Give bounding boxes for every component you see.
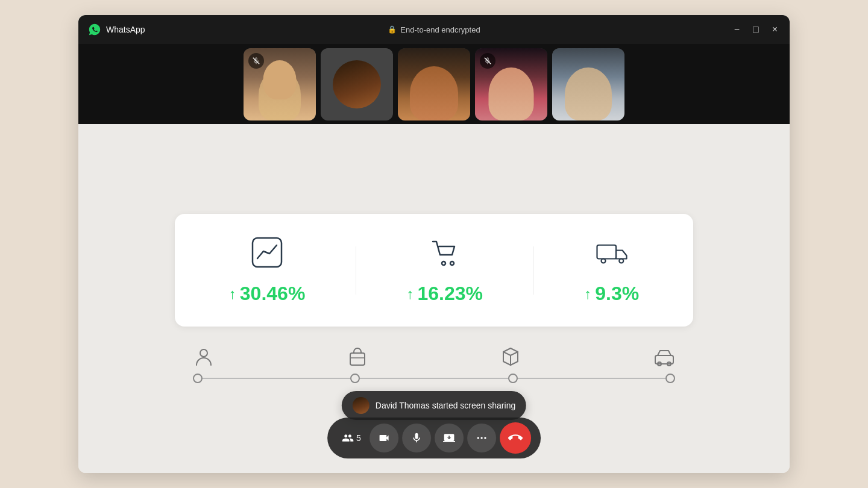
video-icon [378,432,390,444]
participant-thumb-2 [321,48,393,120]
encryption-label: End-to-end endcrypted [400,25,480,34]
bag-icon [347,346,368,368]
participants-number: 5 [356,433,361,443]
timeline-dot-1 [193,374,203,383]
cart-icon [428,236,462,272]
participants-count-icon [342,432,354,444]
timeline-dot-3 [508,374,518,383]
brand: WhatsApp [88,23,145,36]
metric-cart: ↑ 16.23% [407,236,483,305]
timeline-dot-4 [665,374,675,383]
cart-arrow: ↑ [407,286,414,302]
svg-point-3 [442,261,445,265]
timeline-track [187,374,681,383]
end-call-icon [508,431,523,445]
svg-rect-9 [350,353,365,365]
more-icon [476,432,488,444]
participant-thumb-4 [475,48,547,120]
mic-icon [410,432,423,444]
mute-badge-1 [248,53,264,69]
timeline-line-1 [203,378,350,379]
titlebar: WhatsApp 🔒 End-to-end endcrypted − □ × [78,15,790,44]
more-options-button[interactable] [467,424,496,452]
screen-share-toast: David Thomas started screen sharing [342,391,526,420]
participant-thumb-3 [398,48,470,120]
window-controls: − □ × [732,23,780,36]
avatar-2 [333,60,381,108]
video-button[interactable] [370,424,398,452]
divider-2 [533,246,534,295]
app-title: WhatsApp [106,25,145,34]
screen-share-button[interactable] [435,424,464,452]
box-icon [500,346,521,368]
close-button[interactable]: × [770,23,780,36]
timeline-icons [187,346,681,368]
svg-point-13 [477,437,479,439]
main-content: ↑ 30.46% ↑ 16 [78,124,790,473]
lock-icon: 🔒 [388,25,397,34]
timeline-dot-2 [350,374,360,383]
svg-rect-5 [597,245,616,259]
participants-count: 5 [337,432,366,444]
mute-button[interactable] [402,424,431,452]
truck-arrow: ↑ [584,286,591,302]
maximize-button[interactable]: □ [750,23,761,36]
person-icon [193,346,215,368]
timeline-line-3 [518,378,665,379]
mute-badge-4 [480,53,495,69]
svg-point-8 [200,349,207,357]
metrics-card: ↑ 30.46% ↑ 16 [175,214,693,327]
divider-1 [356,246,356,295]
car-icon [653,346,675,368]
svg-point-6 [601,259,605,263]
encryption-indicator: 🔒 End-to-end endcrypted [388,25,480,34]
chart-icon [250,236,284,272]
toast-message: David Thomas started screen sharing [376,401,515,410]
whatsapp-logo-icon [88,23,101,36]
minimize-button[interactable]: − [732,23,742,36]
shared-screen: ↑ 30.46% ↑ 16 [175,214,693,383]
chart-arrow: ↑ [229,286,236,302]
truck-icon [595,236,629,272]
timeline-line-2 [360,378,508,379]
participant-thumb-1 [244,48,316,120]
participants-bar [78,44,790,124]
svg-point-14 [480,437,482,439]
chart-value: ↑ 30.46% [229,283,306,305]
svg-point-15 [484,437,486,439]
toast-avatar [353,397,370,414]
svg-point-7 [619,259,623,263]
end-call-button[interactable] [500,422,531,454]
cart-value: ↑ 16.23% [407,283,483,305]
metric-chart: ↑ 30.46% [229,236,306,305]
metric-truck: ↑ 9.3% [584,236,639,305]
truck-value: ↑ 9.3% [584,283,639,305]
call-controls-bar: 5 [327,418,541,458]
svg-point-4 [450,261,454,265]
screen-share-icon [443,432,455,444]
participant-avatar-2 [321,48,393,120]
app-window: WhatsApp 🔒 End-to-end endcrypted − □ × [78,15,790,473]
timeline-section [175,346,693,383]
participant-thumb-5 [552,48,624,120]
